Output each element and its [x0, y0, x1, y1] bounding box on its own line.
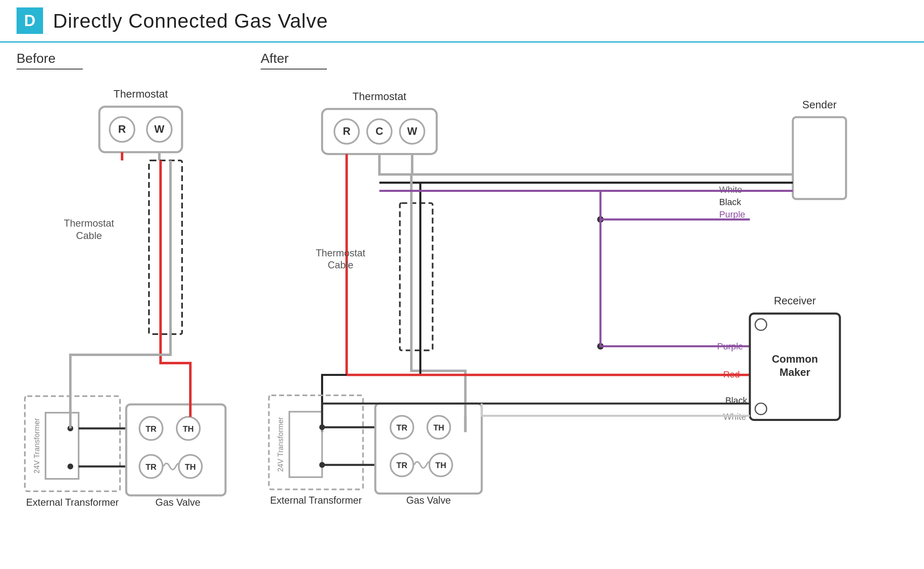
svg-rect-20	[126, 404, 226, 495]
svg-text:Cable: Cable	[328, 260, 353, 270]
page-title: Directly Connected Gas Valve	[53, 10, 328, 32]
svg-text:External Transformer: External Transformer	[26, 497, 119, 508]
svg-text:TR: TR	[146, 424, 157, 433]
svg-text:Purple: Purple	[717, 341, 743, 351]
svg-text:Cable: Cable	[76, 230, 102, 241]
svg-point-72	[755, 319, 767, 330]
header: D Directly Connected Gas Valve	[0, 0, 924, 43]
before-label: Before	[17, 51, 83, 69]
svg-text:Gas Valve: Gas Valve	[156, 497, 201, 508]
svg-rect-14	[46, 413, 79, 479]
svg-text:Gas Valve: Gas Valve	[406, 495, 451, 506]
before-diagram: Before R W Thermostat Thermostat Ca	[17, 51, 248, 569]
svg-text:TR: TR	[146, 462, 157, 471]
svg-text:TR: TR	[396, 423, 407, 432]
main-content: Before R W Thermostat Thermostat Ca	[0, 43, 924, 569]
svg-text:Thermostat: Thermostat	[64, 218, 114, 229]
svg-point-17	[67, 464, 73, 469]
svg-text:Thermostat: Thermostat	[316, 248, 365, 258]
after-diagram: After R C W Thermostat Sender White Blac…	[261, 51, 907, 569]
svg-text:Maker: Maker	[780, 366, 810, 378]
svg-text:Black: Black	[725, 395, 747, 406]
svg-text:TH: TH	[185, 462, 196, 471]
svg-text:R: R	[343, 125, 350, 137]
svg-text:W: W	[407, 125, 418, 137]
svg-text:Purple: Purple	[719, 209, 745, 220]
before-svg: R W Thermostat Thermostat Cable	[17, 74, 248, 569]
section-badge: D	[17, 7, 43, 34]
svg-text:Common: Common	[772, 353, 818, 365]
svg-rect-55	[289, 412, 322, 477]
svg-text:TH: TH	[433, 423, 444, 432]
svg-text:TH: TH	[435, 461, 446, 470]
svg-rect-41	[793, 117, 846, 199]
svg-text:Sender: Sender	[802, 99, 837, 110]
svg-text:External Transformer: External Transformer	[270, 495, 362, 506]
svg-text:R: R	[118, 123, 126, 135]
svg-text:TH: TH	[183, 424, 194, 433]
svg-text:Black: Black	[719, 197, 741, 207]
svg-text:Receiver: Receiver	[774, 295, 816, 306]
svg-text:W: W	[154, 123, 165, 135]
svg-text:Thermostat: Thermostat	[353, 91, 406, 102]
after-svg: R C W Thermostat Sender White Black Purp…	[261, 74, 907, 569]
svg-rect-8	[149, 160, 182, 334]
svg-text:24V Transformer: 24V Transformer	[276, 417, 285, 472]
svg-text:C: C	[376, 125, 384, 137]
svg-text:Red: Red	[723, 369, 740, 380]
svg-point-73	[755, 403, 767, 415]
divider	[248, 51, 261, 569]
svg-text:Thermostat: Thermostat	[113, 88, 168, 100]
after-label: After	[261, 51, 327, 69]
svg-rect-47	[400, 203, 432, 350]
svg-text:TR: TR	[396, 461, 407, 470]
svg-text:White: White	[719, 184, 742, 195]
svg-text:24V Transformer: 24V Transformer	[33, 418, 41, 473]
